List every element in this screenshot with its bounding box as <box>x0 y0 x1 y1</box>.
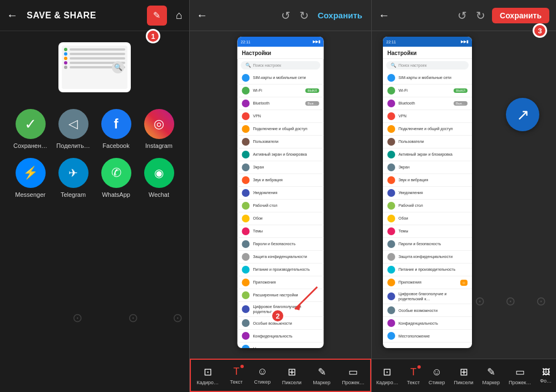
mid-back-button[interactable]: ← <box>196 9 208 22</box>
share-label: Поделить… <box>56 142 90 149</box>
thumb-text-1 <box>70 48 125 51</box>
r-tool-projector[interactable]: ▭ Прожек… <box>509 366 531 385</box>
sound-text: Звук и вибрация <box>253 177 283 182</box>
r-screen: Активный экран и блокировка <box>383 148 472 161</box>
bt-badge: Вык… <box>306 101 319 106</box>
middle-panel: ← ↺ ↻ Сохранить 22:11 ▶▶▮ Настройки 🔍 По… <box>189 0 372 392</box>
r-wifi-badge: ВЫКЛ <box>454 88 468 93</box>
whatsapp-icon: ✆ <box>101 158 131 188</box>
mid-save-button[interactable]: Сохранить <box>316 11 365 20</box>
app-whatsapp[interactable]: ✆ WhatsApp <box>97 158 135 198</box>
r-password: Пароли и безопасность <box>383 238 472 251</box>
r-bt-badge: Вык… <box>454 101 468 106</box>
thumb-dot-1 <box>64 48 67 51</box>
r-desktop-icon <box>387 202 395 210</box>
password-icon <box>242 240 250 248</box>
wifi-text: Wi-Fi <box>253 88 262 93</box>
r-tool-text[interactable]: T Текст <box>407 366 420 385</box>
wifi-badge: ВЫКЛ <box>306 88 319 93</box>
r-accessibility: Особые возможности <box>383 304 472 317</box>
app-messenger[interactable]: ⚡ Messenger <box>11 158 50 198</box>
tool-sticker[interactable]: ☺ Стикер <box>254 366 270 385</box>
privacy-icon <box>242 253 250 261</box>
r-display-text: Экран <box>398 165 410 170</box>
thumb-text-3 <box>70 57 125 59</box>
users-icon <box>242 138 250 146</box>
r-password-text: Пароли и безопасность <box>398 241 441 246</box>
mid-redo-button[interactable]: ↻ <box>297 9 311 22</box>
edit-button[interactable]: ✎ <box>147 6 167 26</box>
settings-item-vpn: VPN <box>238 110 324 123</box>
settings-item-location: Местоположение <box>238 343 324 348</box>
accessibility-icon <box>242 319 250 327</box>
telegram-label: Telegram <box>61 191 86 198</box>
settings-item-notif: Уведомления <box>238 187 324 200</box>
blue-circle-sticker: ↗ <box>506 98 539 131</box>
phone-search-bar: 🔍 Поиск настроек <box>241 61 321 70</box>
tool-text[interactable]: T Текст <box>230 366 243 385</box>
left-back-button[interactable]: ← <box>7 9 18 22</box>
r-sound: Звук и вибрация <box>383 174 472 187</box>
home-button[interactable]: ⌂ <box>176 9 183 22</box>
app-save[interactable]: ✓ Сохранен… <box>11 109 50 149</box>
r-apps-text: Приложения <box>398 280 421 285</box>
r-tool-sticker[interactable]: ☺ Стикер <box>429 366 445 385</box>
r-photo-label: Фо… <box>540 378 552 384</box>
r-privacy: Защита конфиденциальности <box>383 251 472 264</box>
text-icon: T <box>233 366 239 378</box>
tool-projector[interactable]: ▭ Прожек… <box>342 366 364 385</box>
r-vpn-text: VPN <box>398 113 406 118</box>
app-telegram[interactable]: ✈ Telegram <box>54 158 92 198</box>
sticker-icon: ☺ <box>257 366 267 378</box>
settings-item-bt: Bluetooth Вык… <box>238 97 324 110</box>
r-tool-crop[interactable]: ⊡ Кадиро… <box>376 366 398 385</box>
r-tool-marker[interactable]: ✎ Маркер <box>482 366 500 385</box>
app-instagram[interactable]: ◎ Instagram <box>140 109 178 149</box>
r-tool-pixel[interactable]: ⊞ Пиксели <box>454 366 473 385</box>
r-projector-icon: ▭ <box>515 366 525 378</box>
advanced-icon <box>242 291 250 299</box>
power-text: Питание и производительность <box>253 267 310 272</box>
right-back-button[interactable]: ← <box>378 9 390 22</box>
r-power-text: Питание и производительность <box>398 267 455 272</box>
wechat-label: Wechat <box>149 191 169 198</box>
r-tool-photo[interactable]: 🖼 Фо… <box>540 368 552 384</box>
pixel-icon: ⊞ <box>288 366 296 378</box>
text-dot <box>240 365 244 368</box>
r-vpn: VPN <box>383 110 472 123</box>
camera-watermark-mid: ⊙ <box>128 311 138 325</box>
left-panel: ← SAVE & SHARE ✎ ⌂ <box>0 0 189 392</box>
r-location-icon <box>387 332 395 340</box>
app-facebook[interactable]: f Facebook <box>97 109 135 149</box>
accessibility-text: Особые возможности <box>253 321 292 326</box>
r-connect: Подключение и общий доступ <box>383 123 472 136</box>
r-wallpaper-text: Обои <box>398 216 408 221</box>
right-undo-button[interactable]: ↺ <box>455 9 469 22</box>
mid-undo-button[interactable]: ↺ <box>279 9 293 22</box>
left-header: ← SAVE & SHARE ✎ ⌂ <box>0 0 189 31</box>
tool-pixel[interactable]: ⊞ Пиксели <box>282 366 302 385</box>
r-sound-text: Звук и вибрация <box>398 177 428 182</box>
r-accessibility-icon <box>387 306 395 314</box>
wechat-icon: ◉ <box>144 158 174 188</box>
r-desktop: Рабочий стол <box>383 200 472 212</box>
share-thumbnail: 🔍 <box>58 42 131 92</box>
r-apps: Приложения☺ <box>383 276 472 289</box>
app-wechat[interactable]: ◉ Wechat <box>140 158 178 198</box>
digital-icon <box>242 305 250 313</box>
tool-marker[interactable]: ✎ Маркер <box>313 366 331 385</box>
conf-text: Конфиденциальность <box>253 334 293 339</box>
r-users: Пользователи <box>383 136 472 148</box>
right-save-button[interactable]: Сохранить <box>492 8 549 23</box>
settings-item-sim: SIM-карты и мобильные сети <box>238 72 324 85</box>
search-text: Поиск настроек <box>253 63 282 67</box>
status-time: 22:11 <box>241 40 251 44</box>
app-share[interactable]: ◁ Поделить… <box>54 109 92 149</box>
r-notif-text: Уведомления <box>398 190 423 195</box>
wallpaper-text: Обои <box>253 216 263 221</box>
tool-crop[interactable]: ⊡ Кадиро… <box>196 366 219 385</box>
r-connect-text: Подключение и общий доступ <box>398 126 453 131</box>
right-redo-button[interactable]: ↻ <box>474 9 488 22</box>
r-wallpaper: Обои <box>383 212 472 225</box>
connect-icon <box>242 125 250 133</box>
